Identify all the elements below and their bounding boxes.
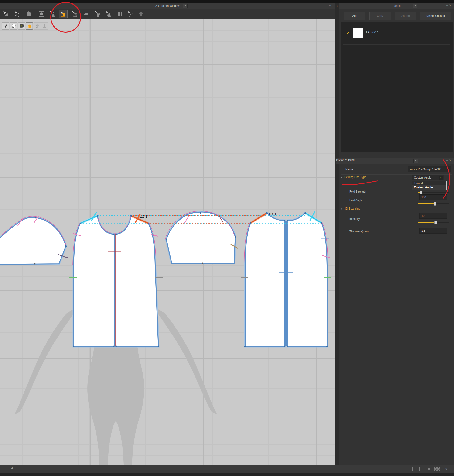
name-input[interactable] (408, 166, 451, 172)
avatar-right-arm (158, 309, 217, 415)
cursor-grid-icon[interactable] (71, 10, 79, 18)
option-turned[interactable]: Turned (412, 181, 446, 185)
polygon-icon[interactable] (25, 10, 33, 18)
cursor-stitch-icon[interactable] (127, 10, 134, 18)
row-divider (340, 174, 452, 175)
slider-handle[interactable] (434, 202, 436, 206)
collapse-triangle-icon[interactable]: ▼ (341, 208, 343, 210)
fabric-titlebar: Fabric ▼ ⧉✕ (339, 3, 454, 9)
fold-strength-label: Fold Strength (349, 190, 366, 193)
rounded-square-icon[interactable] (38, 10, 45, 18)
collapse-right-icon[interactable]: ➔ (336, 4, 338, 8)
fabric-swatch[interactable] (353, 28, 363, 38)
main-toolbar (0, 9, 335, 19)
layout-grid-icon[interactable] (433, 466, 440, 472)
fabric-panel: Add Copy Assign Delete Unused ✔ FABRIC 1 (339, 9, 454, 155)
collapse-right-icon[interactable]: ➔ (338, 159, 340, 162)
status-bar-lower (0, 473, 454, 476)
seamline-section-label: 3D Seamline (344, 207, 360, 210)
avatar-left-arm (15, 309, 74, 415)
shirt-lock-icon[interactable] (34, 22, 41, 30)
fold-angle-slider[interactable] (418, 202, 449, 205)
seam-length-label: 116.1 (139, 215, 147, 218)
panel-divider[interactable]: ➔ (335, 3, 339, 465)
fabric-title: Fabric (339, 4, 454, 8)
iron-icon[interactable] (82, 10, 90, 18)
avatar-body (87, 347, 144, 465)
property-editor-titlebar: ➔ Property Editor ▼ ⧉✕ (336, 158, 454, 164)
assign-fabric-label: Assign (395, 14, 416, 17)
layout-one-plus-two-icon[interactable] (424, 466, 431, 472)
assign-fabric-button[interactable]: Assign (395, 12, 416, 20)
pleats-icon[interactable] (116, 10, 124, 18)
canvas-titlebar: 2D Pattern Window ▼ ⧉ (0, 3, 335, 9)
thickness-label: Thickness(mm) (349, 230, 369, 233)
cursor-shirt-icon[interactable] (94, 10, 102, 18)
fabric-name: FABRIC 1 (366, 31, 378, 34)
pattern-piece-sleeve-left[interactable] (0, 216, 68, 265)
collapse-up-icon[interactable]: ▲ (11, 466, 14, 469)
sewing-machine-icon[interactable] (59, 10, 68, 18)
list-divider (343, 44, 450, 45)
slider-handle[interactable] (434, 221, 437, 224)
add-fabric-label: Add (344, 14, 365, 17)
option-custom-angle[interactable]: Custom Angle (412, 185, 446, 190)
fabric-title-dropdown[interactable]: ▼ (413, 4, 417, 8)
window-top-strip (0, 0, 454, 3)
intensity-slider[interactable] (418, 221, 449, 224)
pattern-layer: 116.1 116.1 (0, 19, 335, 465)
name-label: Name (345, 168, 353, 171)
row-divider (340, 227, 452, 227)
status-bar: ▲ ⟳ (0, 465, 454, 473)
intensity-input[interactable] (419, 213, 447, 219)
fabric-list-item[interactable]: ✔ FABRIC 1 (340, 25, 453, 41)
canvas-popout-icon[interactable]: ⧉ (329, 4, 333, 7)
add-fabric-button[interactable]: Add (344, 12, 365, 20)
pattern-piece-sleeve-right[interactable] (165, 211, 238, 264)
property-editor-window-icons[interactable]: ⧉✕ (446, 159, 453, 162)
property-editor-title: Property Editor (336, 158, 454, 161)
layout-two-pane-icon[interactable] (415, 466, 422, 472)
fold-strength-slider[interactable] (418, 191, 449, 194)
canvas-title: 2D Pattern Window (0, 4, 335, 8)
pen-eye-icon[interactable] (2, 22, 9, 30)
mannequin-icon[interactable] (49, 10, 57, 18)
property-editor-dropdown[interactable]: ▼ (414, 159, 418, 163)
fabric-window-icons[interactable]: ⧉✕ (446, 4, 453, 7)
thickness-input[interactable] (419, 228, 447, 234)
export-tray-icon[interactable] (41, 22, 48, 30)
pattern-piece-back-bodice[interactable] (241, 213, 331, 346)
sewing-line-type-value: Custom Angle (414, 176, 431, 179)
delete-unused-label: Delete Unused (420, 14, 451, 17)
copy-fabric-label: Copy (370, 14, 391, 17)
slider-handle[interactable] (420, 191, 422, 194)
cursor-triangle-icon[interactable] (2, 10, 10, 18)
intensity-label: Intensity (349, 217, 360, 221)
seam-length-label: 116.1 (268, 212, 276, 216)
clo-2d-pattern-app: 2D Pattern Window ▼ ⧉ Fabric ▼ ⧉✕ ➔ (0, 0, 454, 476)
shirt-eye-icon[interactable] (10, 22, 17, 30)
row-divider (340, 236, 452, 236)
slider-fill (418, 203, 435, 204)
layout-single-icon[interactable] (406, 466, 413, 472)
delete-unused-fabric-button[interactable]: Delete Unused (420, 12, 451, 20)
collapse-triangle-icon[interactable]: ▼ (341, 177, 343, 178)
canvas-title-dropdown[interactable]: ▼ (183, 4, 188, 8)
dropdown-arrow-icon[interactable]: ▼ (439, 176, 443, 180)
tshirt-icon[interactable] (137, 10, 145, 18)
checkmark-icon[interactable]: ✔ (347, 31, 350, 35)
sewing-line-type-options: Turned Custom Angle (412, 181, 446, 190)
sewing-line-type-label: Sewing Line Type (344, 176, 366, 179)
layout-reset-icon[interactable]: ⟳ (443, 466, 450, 472)
slider-fill (418, 222, 435, 223)
info-eye-icon[interactable]: i (18, 22, 25, 30)
slider-track[interactable] (418, 192, 449, 193)
sewing-line-type-dropdown[interactable]: Custom Angle ▼ (412, 175, 444, 180)
fabric-list[interactable]: ✔ FABRIC 1 (340, 22, 453, 152)
cursor-boot-icon[interactable] (105, 10, 113, 18)
folded-pattern-icon[interactable] (26, 22, 33, 30)
fold-angle-input[interactable] (419, 194, 447, 200)
copy-fabric-button[interactable]: Copy (370, 12, 391, 20)
cursor-points-icon[interactable] (13, 10, 21, 18)
fold-angle-label: Fold Angle (349, 199, 363, 202)
